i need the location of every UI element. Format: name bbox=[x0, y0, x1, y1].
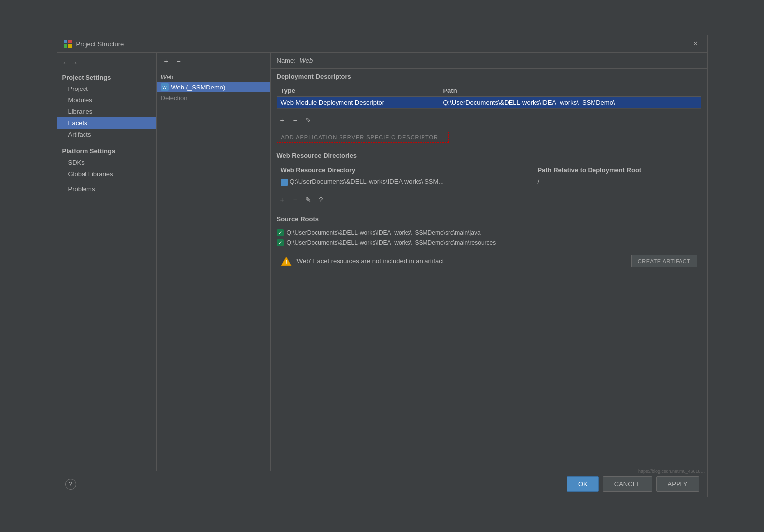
remove-webdir-button[interactable]: − bbox=[290, 194, 301, 205]
title-bar: Project Structure × bbox=[57, 35, 707, 53]
help-webdir-button[interactable]: ? bbox=[316, 194, 327, 205]
deployment-path: Q:\UserDocuments\&DELL-works\IDEA_works\… bbox=[439, 97, 701, 109]
sidebar-item-project[interactable]: Project bbox=[57, 83, 156, 94]
edit-webdir-button[interactable]: ✎ bbox=[303, 194, 314, 205]
dialog-title: Project Structure bbox=[76, 40, 124, 48]
nav-back: ← → bbox=[57, 57, 156, 71]
footer-right: OK CANCEL APPLY bbox=[567, 476, 699, 492]
source-root-row-2: ✓ Q:\UserDocuments\&DELL-works\IDEA_work… bbox=[277, 238, 701, 248]
sidebar-item-facets[interactable]: Facets bbox=[57, 117, 156, 129]
web-resource-relpath: / bbox=[533, 176, 701, 188]
svg-rect-0 bbox=[64, 40, 67, 43]
app-icon bbox=[63, 39, 72, 48]
project-structure-dialog: Project Structure × ← → Project Settings… bbox=[57, 35, 708, 497]
web-resource-row-1[interactable]: Q:\UserDocuments\&DELL-works\IDEA works\… bbox=[277, 176, 701, 188]
close-button[interactable]: × bbox=[693, 40, 701, 48]
sidebar-item-sdks[interactable]: SDKs bbox=[57, 157, 156, 168]
deployment-section-title: Deployment Descriptors bbox=[277, 73, 701, 82]
help-button[interactable]: ? bbox=[65, 479, 76, 490]
svg-rect-1 bbox=[68, 40, 72, 43]
warning-text: 'Web' Facet resources are not included i… bbox=[296, 257, 627, 265]
section-divider-2 bbox=[277, 211, 701, 215]
facets-tree: Web W Web (_SSMDemo) Detection bbox=[157, 70, 270, 471]
tree-item-web-ssmdemo[interactable]: W Web (_SSMDemo) bbox=[157, 82, 270, 92]
checkbox-1[interactable]: ✓ bbox=[277, 229, 284, 236]
sidebar-divider-1 bbox=[57, 140, 156, 144]
main-content: ← → Project Settings Project Modules Lib… bbox=[57, 53, 707, 471]
detection-label: Detection bbox=[157, 92, 270, 104]
sidebar-divider-2 bbox=[57, 179, 156, 183]
svg-rect-2 bbox=[64, 44, 67, 48]
web-resource-section-title: Web Resource Directories bbox=[277, 152, 701, 161]
source-root-path-2: Q:\UserDocuments\&DELL-works\IDEA_works\… bbox=[287, 239, 496, 246]
web-resource-table: Web Resource Directory Path Relative to … bbox=[277, 164, 701, 188]
tree-item-label: Web (_SSMDemo) bbox=[171, 84, 226, 91]
web-resource-dir: Q:\UserDocuments\&DELL-works\IDEA works\… bbox=[277, 176, 534, 188]
add-webdir-button[interactable]: + bbox=[277, 194, 288, 205]
sidebar-item-problems[interactable]: Problems bbox=[57, 183, 156, 195]
title-bar-left: Project Structure bbox=[63, 39, 124, 48]
directory-icon bbox=[281, 179, 288, 186]
edit-deployment-button[interactable]: ✎ bbox=[303, 115, 314, 126]
forward-arrow[interactable]: → bbox=[71, 59, 78, 67]
cancel-button[interactable]: CANCEL bbox=[603, 476, 652, 492]
warning-row: ! 'Web' Facet resources are not included… bbox=[277, 252, 701, 270]
deployment-type: Web Module Deployment Descriptor bbox=[277, 97, 439, 109]
web-dir-col-header: Web Resource Directory bbox=[277, 164, 534, 176]
web-facet-icon: W bbox=[161, 83, 169, 91]
right-panel: Name: Web Deployment Descriptors Type Pa… bbox=[271, 53, 707, 471]
back-arrow[interactable]: ← bbox=[62, 59, 69, 67]
svg-rect-3 bbox=[68, 44, 72, 48]
create-artifact-button[interactable]: CREATE ARTIFACT bbox=[631, 255, 697, 267]
sidebar-item-libraries[interactable]: Libraries bbox=[57, 106, 156, 117]
tree-group-web: Web bbox=[157, 70, 270, 82]
deployment-table: Type Path Web Module Deployment Descript… bbox=[277, 85, 701, 109]
watermark: https://blog.csdn.net/m0_46618… bbox=[636, 468, 707, 475]
footer-left: ? bbox=[65, 479, 76, 490]
ok-button[interactable]: OK bbox=[567, 476, 599, 492]
footer: ? OK CANCEL APPLY bbox=[57, 471, 707, 497]
checkbox-2[interactable]: ✓ bbox=[277, 239, 284, 246]
web-resource-toolbar: + − ✎ ? bbox=[277, 192, 701, 207]
middle-panel: + − Web W Web (_SSMDemo) Detection bbox=[157, 53, 271, 471]
source-root-row-1: ✓ Q:\UserDocuments\&DELL-works\IDEA_work… bbox=[277, 228, 701, 238]
svg-text:!: ! bbox=[285, 259, 287, 266]
sidebar-item-global-libraries[interactable]: Global Libraries bbox=[57, 168, 156, 179]
middle-toolbar: + − bbox=[157, 53, 270, 70]
right-content: Deployment Descriptors Type Path Web Mod… bbox=[271, 69, 707, 471]
remove-facet-button[interactable]: − bbox=[173, 56, 184, 67]
right-header: Name: Web bbox=[271, 53, 707, 69]
deployment-toolbar: + − ✎ bbox=[277, 113, 701, 128]
add-deployment-button[interactable]: + bbox=[277, 115, 288, 126]
path-col-header: Path bbox=[439, 85, 701, 97]
sidebar: ← → Project Settings Project Modules Lib… bbox=[57, 53, 157, 471]
project-settings-label: Project Settings bbox=[57, 71, 156, 83]
remove-deployment-button[interactable]: − bbox=[290, 115, 301, 126]
section-divider-1 bbox=[277, 148, 701, 152]
warning-icon: ! bbox=[281, 256, 292, 266]
rel-path-col-header: Path Relative to Deployment Root bbox=[533, 164, 701, 176]
apply-button[interactable]: APPLY bbox=[656, 476, 699, 492]
deployment-row-1[interactable]: Web Module Deployment Descriptor Q:\User… bbox=[277, 97, 701, 109]
type-col-header: Type bbox=[277, 85, 439, 97]
name-prefix: Name: bbox=[277, 57, 296, 64]
sidebar-item-modules[interactable]: Modules bbox=[57, 94, 156, 106]
add-facet-button[interactable]: + bbox=[161, 56, 171, 67]
add-server-descriptor-button[interactable]: ADD APPLICATION SERVER SPECIFIC DESCRIPT… bbox=[277, 132, 449, 143]
platform-settings-label: Platform Settings bbox=[57, 144, 156, 157]
name-value: Web bbox=[300, 57, 313, 64]
sidebar-item-artifacts[interactable]: Artifacts bbox=[57, 129, 156, 140]
source-root-path-1: Q:\UserDocuments\&DELL-works\IDEA_works\… bbox=[287, 229, 481, 236]
source-roots-title: Source Roots bbox=[277, 215, 701, 225]
